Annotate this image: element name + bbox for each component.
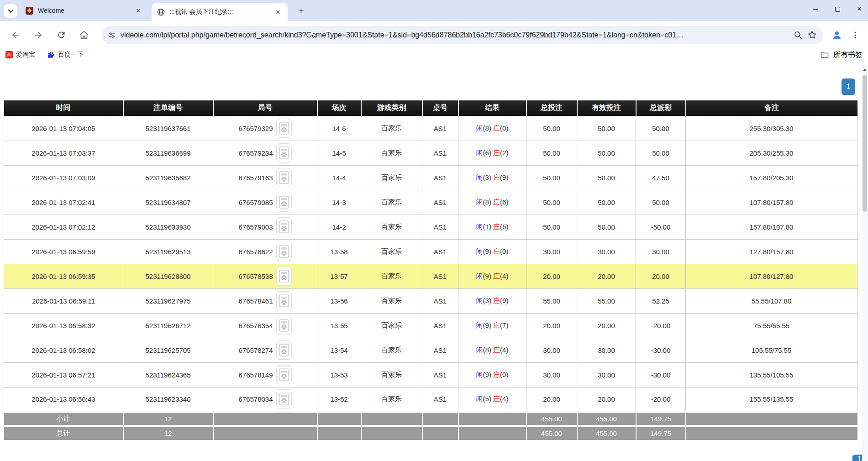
cell-valid-bet: 50.00: [577, 165, 636, 190]
cell-round-no: 676579085: [213, 190, 317, 215]
reload-button[interactable]: [52, 26, 70, 44]
player-result: 闲: [476, 173, 483, 181]
page-number-button[interactable]: 1: [842, 79, 855, 95]
table-row[interactable]: 2026-01-13 07:02:41523119634807676579085…: [4, 190, 857, 215]
player-points: (1): [483, 223, 494, 230]
cell-round-no: 676578354: [213, 313, 317, 338]
video-replay-button[interactable]: [276, 143, 292, 162]
cell-session: 13-56: [317, 288, 361, 313]
table-row[interactable]: 2026-01-13 07:04:05523119637661676579329…: [4, 116, 857, 141]
cell-valid-bet: 20.00: [577, 264, 636, 288]
maximize-icon: [835, 7, 840, 12]
video-replay-button[interactable]: [276, 291, 292, 310]
footer-empty: [422, 426, 458, 440]
cell-round-no: 676579003: [213, 215, 317, 239]
cell-remark: 157.80/205.30: [686, 165, 857, 190]
cell-time: 2026-01-13 07:02:12: [4, 215, 123, 239]
banker-points: (0): [500, 371, 508, 378]
table-row[interactable]: 2026-01-13 06:57:21523119624365676578149…: [4, 362, 857, 387]
table-row[interactable]: 2026-01-13 06:59:11523119627975676578461…: [4, 288, 857, 313]
menu-dots-icon[interactable]: [851, 31, 860, 40]
cell-result: 闲(8) 庄(6): [458, 190, 526, 215]
bookmark-aitaobao[interactable]: 淘 爱淘宝: [5, 51, 35, 59]
video-replay-button[interactable]: [276, 365, 292, 384]
minimize-button[interactable]: [812, 9, 819, 10]
zoom-icon[interactable]: [794, 31, 803, 40]
new-tab-button[interactable]: +: [295, 5, 307, 17]
round-no-text: 676578461: [238, 297, 273, 305]
cell-game-type: 百家乐: [361, 313, 422, 338]
bookmark-baidu[interactable]: 百度一下: [47, 51, 84, 59]
cell-order-no: 523119624365: [123, 362, 213, 387]
video-replay-button[interactable]: [276, 316, 292, 335]
footer-empty: [361, 426, 422, 440]
bookmark-star-icon[interactable]: [807, 30, 817, 40]
video-replay-button[interactable]: [276, 242, 292, 261]
footer-total-payout: 149.75: [636, 412, 686, 426]
maximize-button[interactable]: [834, 7, 841, 12]
scroll-up-icon[interactable]: [863, 68, 867, 71]
arrow-left-icon: [11, 30, 21, 40]
tab-search-button[interactable]: [4, 4, 17, 18]
cell-table-no: AS1: [422, 264, 458, 288]
cell-game-type: 百家乐: [361, 362, 422, 387]
table-row[interactable]: 2026-01-13 06:59:59523119629513676578622…: [4, 239, 857, 264]
video-replay-button[interactable]: [276, 341, 292, 360]
cell-remark: 127.80/157.80: [686, 239, 857, 264]
player-points: (9): [483, 247, 494, 255]
table-row[interactable]: 2026-01-13 07:03:37523119636699676579234…: [4, 141, 857, 165]
cell-order-no: 523119634807: [123, 190, 213, 215]
table-row[interactable]: 2026-01-13 06:59:35523119628800676578538…: [4, 264, 857, 288]
video-replay-button[interactable]: [276, 193, 292, 212]
cell-table-no: AS1: [422, 190, 458, 215]
cell-total-bet: 50.00: [526, 116, 577, 141]
footer-empty: [317, 426, 361, 440]
table-row[interactable]: 2026-01-13 06:56:43523119623340676578034…: [4, 387, 857, 412]
table-row[interactable]: 2026-01-13 06:58:32523119626712676578354…: [4, 313, 857, 338]
round-no-wrap: 676578274: [238, 341, 291, 360]
forward-button[interactable]: [29, 26, 47, 44]
site-info-icon[interactable]: [108, 31, 116, 39]
video-replay-button[interactable]: [276, 267, 292, 286]
scrollbar-thumb[interactable]: [863, 75, 867, 212]
banker-result: 庄: [493, 247, 500, 255]
video-replay-button[interactable]: [276, 168, 292, 187]
scrollbar[interactable]: [862, 65, 868, 461]
all-bookmarks[interactable]: 所有书签: [812, 50, 863, 60]
cell-order-no: 523119625705: [123, 338, 213, 362]
round-no-text: 676578274: [238, 346, 273, 354]
profile-icon[interactable]: [831, 30, 842, 41]
banker-points: (4): [500, 272, 508, 280]
tab-close-icon[interactable]: ×: [134, 6, 142, 16]
cell-total-payout: 52.25: [636, 288, 686, 313]
col-header-total-bet: 总投注: [526, 100, 577, 116]
table-row[interactable]: 2026-01-13 07:02:12523119633930676579003…: [4, 215, 857, 239]
home-button[interactable]: [75, 26, 93, 44]
url-text[interactable]: videoie.com/ipl/portal.php/game/betrecor…: [121, 31, 789, 39]
globe-icon: [157, 8, 165, 16]
cell-total-payout: 30.00: [636, 239, 686, 264]
cell-table-no: AS1: [422, 362, 458, 387]
table-row[interactable]: 2026-01-13 07:03:09523119635682676579163…: [4, 165, 857, 190]
video-replay-button[interactable]: [276, 119, 292, 138]
video-replay-button[interactable]: [276, 217, 292, 236]
footer-empty: [422, 412, 458, 426]
tab-close-icon[interactable]: ×: [274, 7, 282, 17]
tab-welcome[interactable]: Welcome ×: [20, 0, 148, 21]
footer-total-bet: 455.00: [526, 426, 577, 440]
col-header-session: 场次: [317, 100, 361, 116]
banker-points: (4): [500, 346, 508, 354]
cell-order-no: 523119627975: [123, 288, 213, 313]
player-result: 闲: [476, 346, 483, 354]
table-row[interactable]: 2026-01-13 06:58:02523119625705676578274…: [4, 338, 857, 362]
cell-session: 14-2: [317, 215, 361, 239]
banker-points: (6): [500, 223, 508, 230]
film-reel-icon: [279, 294, 289, 307]
cell-order-no: 523119637661: [123, 116, 213, 141]
back-button[interactable]: [6, 26, 25, 44]
player-points: (3): [483, 173, 494, 181]
close-button[interactable]: ×: [856, 5, 863, 14]
url-bar[interactable]: videoie.com/ipl/portal.php/game/betrecor…: [101, 26, 823, 44]
video-replay-button[interactable]: [276, 389, 292, 409]
tab-bet-record[interactable]: :::视讯 会员下注纪录::: ×: [152, 3, 288, 21]
